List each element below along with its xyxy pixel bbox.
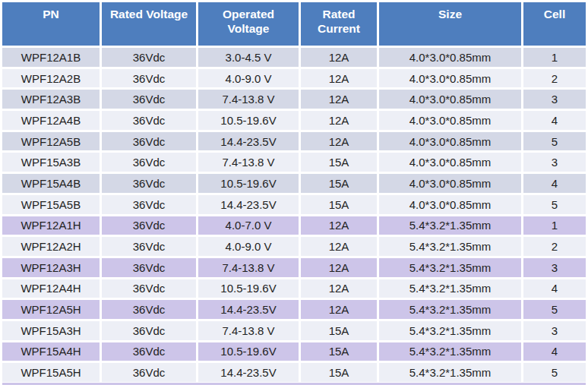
cell-cell: 3 — [523, 153, 586, 172]
cell-operated-voltage: 14.4-23.5V — [198, 195, 299, 214]
cell-pn: WPF15A4B — [2, 174, 100, 193]
table-row: WPF12A4B 36Vdc 10.5-19.6V 12A 4.0*3.0*0.… — [2, 111, 586, 130]
table-row: WPF12A2B 36Vdc 4.0-9.0 V 12A 4.0*3.0*0.8… — [2, 69, 586, 88]
cell-cell: 2 — [523, 69, 586, 88]
cell-rated-current: 15A — [301, 342, 377, 361]
cell-size: 4.0*3.0*0.85mm — [379, 48, 521, 67]
table-header-row: PN Rated Voltage Operated Voltage Rated … — [2, 2, 586, 46]
cell-rated-voltage: 36Vdc — [102, 363, 196, 382]
table-row: WPF12A4H 36Vdc 10.5-19.6V 12A 5.4*3.2*1.… — [2, 279, 586, 298]
cell-rated-current: 12A — [301, 48, 377, 67]
table-row: WPF12A1B 36Vdc 3.0-4.5 V 12A 4.0*3.0*0.8… — [2, 48, 586, 67]
cell-cell: 5 — [523, 195, 586, 214]
cell-pn: WPF12A1H — [2, 216, 100, 235]
cell-size: 5.4*3.2*1.35mm — [379, 216, 521, 235]
table-row: WPF15A5B 36Vdc 14.4-23.5V 15A 4.0*3.0*0.… — [2, 195, 586, 214]
cell-pn: WPF15A5H — [2, 363, 100, 382]
cell-rated-voltage: 36Vdc — [102, 174, 196, 193]
cell-size: 5.4*3.2*1.35mm — [379, 321, 521, 340]
cell-pn: WPF12A2H — [2, 237, 100, 256]
cell-rated-voltage: 36Vdc — [102, 48, 196, 67]
cell-rated-voltage: 36Vdc — [102, 279, 196, 298]
cell-rated-voltage: 36Vdc — [102, 300, 196, 319]
column-header-cell: Cell — [523, 2, 586, 46]
cell-operated-voltage: 10.5-19.6V — [198, 111, 299, 130]
cell-operated-voltage: 4.0-9.0 V — [198, 237, 299, 256]
cell-size: 5.4*3.2*1.35mm — [379, 342, 521, 361]
cell-operated-voltage: 14.4-23.5V — [198, 300, 299, 319]
cell-size: 4.0*3.0*0.85mm — [379, 69, 521, 88]
cell-rated-current: 15A — [301, 321, 377, 340]
cell-pn: WPF12A2B — [2, 69, 100, 88]
cell-cell: 4 — [523, 111, 586, 130]
cell-rated-current: 15A — [301, 153, 377, 172]
cell-rated-current: 15A — [301, 363, 377, 382]
table-row: WPF12A1H 36Vdc 4.0-7.0 V 12A 5.4*3.2*1.3… — [2, 216, 586, 235]
cell-rated-current: 15A — [301, 195, 377, 214]
cell-rated-voltage: 36Vdc — [102, 258, 196, 277]
cell-pn: WPF12A5H — [2, 300, 100, 319]
cell-operated-voltage: 7.4-13.8 V — [198, 90, 299, 109]
cell-cell: 1 — [523, 48, 586, 67]
column-header-operated-voltage: Operated Voltage — [198, 2, 299, 46]
cell-rated-voltage: 36Vdc — [102, 153, 196, 172]
cell-pn: WPF12A1B — [2, 48, 100, 67]
cell-cell: 3 — [523, 321, 586, 340]
table-body: WPF12A1B 36Vdc 3.0-4.5 V 12A 4.0*3.0*0.8… — [2, 48, 586, 382]
cell-size: 4.0*3.0*0.85mm — [379, 153, 521, 172]
cell-pn: WPF15A4H — [2, 342, 100, 361]
cell-cell: 2 — [523, 237, 586, 256]
cell-rated-voltage: 36Vdc — [102, 132, 196, 151]
cell-rated-voltage: 36Vdc — [102, 69, 196, 88]
cell-rated-voltage: 36Vdc — [102, 111, 196, 130]
table-row: WPF12A2H 36Vdc 4.0-9.0 V 12A 5.4*3.2*1.3… — [2, 237, 586, 256]
cell-rated-voltage: 36Vdc — [102, 342, 196, 361]
table-row: WPF15A4H 36Vdc 10.5-19.6V 15A 5.4*3.2*1.… — [2, 342, 586, 361]
column-header-size: Size — [379, 2, 521, 46]
cell-rated-current: 12A — [301, 90, 377, 109]
cell-operated-voltage: 10.5-19.6V — [198, 174, 299, 193]
cell-cell: 4 — [523, 174, 586, 193]
column-header-rated-current: Rated Current — [301, 2, 377, 46]
cell-rated-current: 15A — [301, 174, 377, 193]
cell-rated-current: 12A — [301, 300, 377, 319]
cell-pn: WPF15A3B — [2, 153, 100, 172]
cell-rated-voltage: 36Vdc — [102, 195, 196, 214]
cell-rated-current: 12A — [301, 69, 377, 88]
cell-size: 4.0*3.0*0.85mm — [379, 195, 521, 214]
cell-rated-current: 12A — [301, 111, 377, 130]
cell-operated-voltage: 4.0-9.0 V — [198, 69, 299, 88]
table-row: WPF12A5B 36Vdc 14.4-23.5V 12A 4.0*3.0*0.… — [2, 132, 586, 151]
cell-size: 4.0*3.0*0.85mm — [379, 174, 521, 193]
cell-operated-voltage: 10.5-19.6V — [198, 279, 299, 298]
cell-size: 5.4*3.2*1.35mm — [379, 258, 521, 277]
cell-cell: 4 — [523, 342, 586, 361]
table-row: WPF12A3B 36Vdc 7.4-13.8 V 12A 4.0*3.0*0.… — [2, 90, 586, 109]
cell-operated-voltage: 7.4-13.8 V — [198, 153, 299, 172]
cell-size: 5.4*3.2*1.35mm — [379, 300, 521, 319]
cell-operated-voltage: 10.5-19.6V — [198, 342, 299, 361]
table-row: WPF15A4B 36Vdc 10.5-19.6V 15A 4.0*3.0*0.… — [2, 174, 586, 193]
cell-cell: 4 — [523, 279, 586, 298]
cell-pn: WPF12A4B — [2, 111, 100, 130]
table-row: WPF15A3H 36Vdc 7.4-13.8 V 15A 5.4*3.2*1.… — [2, 321, 586, 340]
table-row: WPF12A5H 36Vdc 14.4-23.5V 12A 5.4*3.2*1.… — [2, 300, 586, 319]
cell-rated-voltage: 36Vdc — [102, 321, 196, 340]
table-row: WPF15A5H 36Vdc 14.4-23.5V 15A 5.4*3.2*1.… — [2, 363, 586, 382]
cell-rated-current: 12A — [301, 216, 377, 235]
cell-operated-voltage: 14.4-23.5V — [198, 363, 299, 382]
table-row: WPF12A3H 36Vdc 7.4-13.8 V 12A 5.4*3.2*1.… — [2, 258, 586, 277]
cell-pn: WPF12A4H — [2, 279, 100, 298]
cell-rated-voltage: 36Vdc — [102, 90, 196, 109]
cell-cell: 5 — [523, 363, 586, 382]
cell-size: 4.0*3.0*0.85mm — [379, 111, 521, 130]
cell-size: 5.4*3.2*1.35mm — [379, 363, 521, 382]
table-row: WPF15A3B 36Vdc 7.4-13.8 V 15A 4.0*3.0*0.… — [2, 153, 586, 172]
cell-pn: WPF12A3B — [2, 90, 100, 109]
cell-operated-voltage: 4.0-7.0 V — [198, 216, 299, 235]
cell-cell: 5 — [523, 132, 586, 151]
column-header-rated-voltage: Rated Voltage — [102, 2, 196, 46]
cell-operated-voltage: 14.4-23.5V — [198, 132, 299, 151]
cell-size: 5.4*3.2*1.35mm — [379, 237, 521, 256]
column-header-pn: PN — [2, 2, 100, 46]
